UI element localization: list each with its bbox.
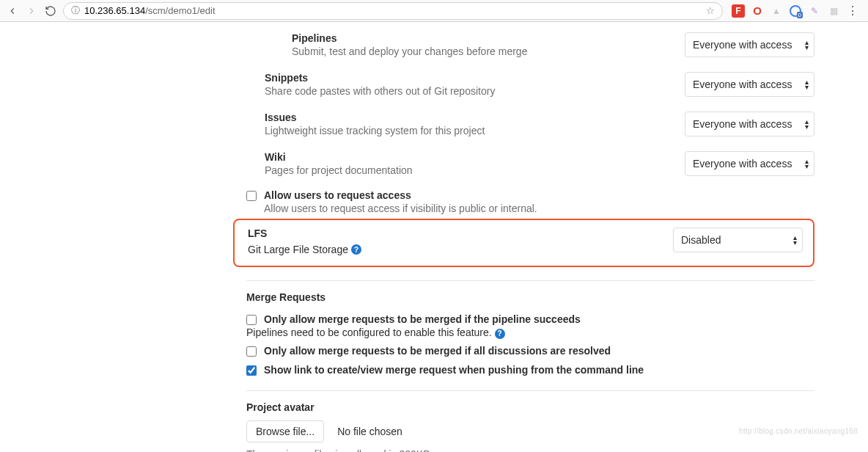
checkbox-label: Allow users to request access bbox=[264, 189, 411, 201]
feature-desc: Lightweight issue tracking system for th… bbox=[265, 125, 685, 136]
lfs-highlight-box: LFS Git Large File Storage ? Disabled bbox=[233, 219, 814, 267]
bookmark-star-icon[interactable]: ☆ bbox=[706, 5, 715, 16]
feature-title: Pipelines bbox=[292, 32, 685, 44]
pipelines-visibility-select[interactable]: Everyone with access bbox=[685, 32, 814, 57]
browser-menu-icon[interactable]: ⋮ bbox=[846, 4, 859, 18]
extension-icon[interactable]: O bbox=[751, 4, 764, 18]
mr-showlink-checkbox-row: Show link to create/view merge request w… bbox=[246, 361, 814, 377]
site-info-icon[interactable]: ⓘ bbox=[71, 4, 80, 17]
mr-discussions-checkbox-row: Only allow merge requests to be merged i… bbox=[246, 342, 814, 358]
checkbox-label: Only allow merge requests to be merged i… bbox=[264, 345, 611, 357]
url-host: 10.236.65.134 bbox=[84, 5, 145, 16]
extension-icon[interactable]: ▲ bbox=[770, 4, 783, 18]
avatar-hint: The maximum file size allowed is 200KB. bbox=[246, 448, 814, 453]
feature-title: Wiki bbox=[265, 151, 685, 163]
browser-toolbar: ⓘ 10.236.65.134/scm/demo1/edit ☆ F O ▲ ✎… bbox=[0, 0, 868, 22]
extension-icon[interactable] bbox=[789, 4, 802, 18]
extension-tray: F O ▲ ✎ ▦ ⋮ bbox=[729, 4, 862, 18]
request-access-checkbox-row: Allow users to request access bbox=[246, 186, 814, 203]
feature-row-issues: Issues Lightweight issue tracking system… bbox=[246, 101, 814, 141]
mr-pipeline-succeeds-checkbox[interactable] bbox=[246, 315, 257, 325]
mr-pipeline-checkbox-row: Only allow merge requests to be merged i… bbox=[246, 310, 814, 327]
divider bbox=[246, 280, 814, 281]
feature-title: Snippets bbox=[265, 72, 685, 84]
forward-button[interactable] bbox=[25, 4, 38, 18]
reload-button[interactable] bbox=[44, 4, 57, 18]
feature-desc: Submit, test and deploy your changes bef… bbox=[292, 45, 685, 57]
browse-file-button[interactable]: Browse file... bbox=[246, 420, 324, 442]
feature-desc: Pages for project documentation bbox=[265, 164, 685, 176]
help-icon[interactable]: ? bbox=[351, 244, 361, 255]
back-button[interactable] bbox=[6, 4, 19, 18]
mr-discussions-resolved-checkbox[interactable] bbox=[246, 346, 257, 357]
feature-desc: Git Large File Storage bbox=[248, 244, 348, 255]
checkbox-desc: Allow users to request access if visibil… bbox=[246, 203, 814, 214]
request-access-checkbox[interactable] bbox=[246, 191, 257, 201]
snippets-visibility-select[interactable]: Everyone with access bbox=[685, 72, 814, 97]
checkbox-label: Show link to create/view merge request w… bbox=[264, 364, 644, 376]
mr-show-link-checkbox[interactable] bbox=[246, 365, 257, 376]
merge-requests-heading: Merge Requests bbox=[246, 291, 814, 303]
extension-icon[interactable]: ▦ bbox=[827, 4, 840, 18]
feature-row-wiki: Wiki Pages for project documentation Eve… bbox=[246, 141, 814, 181]
feature-title: Issues bbox=[265, 112, 685, 123]
divider bbox=[246, 390, 814, 391]
feature-row-snippets: Snippets Share code pastes with others o… bbox=[246, 62, 814, 101]
help-icon[interactable]: ? bbox=[495, 329, 505, 339]
checkbox-label: Only allow merge requests to be merged i… bbox=[264, 313, 581, 325]
extension-icon[interactable]: F bbox=[732, 4, 745, 18]
wiki-visibility-select[interactable]: Everyone with access bbox=[685, 151, 814, 176]
issues-visibility-select[interactable]: Everyone with access bbox=[685, 112, 814, 136]
extension-icon[interactable]: ✎ bbox=[808, 4, 821, 18]
feature-row-pipelines: Pipelines Submit, test and deploy your c… bbox=[246, 22, 814, 62]
feature-desc: Share code pastes with others out of Git… bbox=[265, 85, 685, 97]
url-path: /scm/demo1/edit bbox=[145, 5, 215, 16]
file-chosen-status: No file chosen bbox=[337, 426, 402, 437]
checkbox-desc: Pipelines need to be configured to enabl… bbox=[246, 327, 492, 338]
project-avatar-heading: Project avatar bbox=[246, 401, 814, 413]
feature-title: LFS bbox=[248, 227, 673, 239]
address-bar[interactable]: ⓘ 10.236.65.134/scm/demo1/edit ☆ bbox=[63, 2, 723, 20]
lfs-select[interactable]: Disabled bbox=[673, 227, 803, 252]
